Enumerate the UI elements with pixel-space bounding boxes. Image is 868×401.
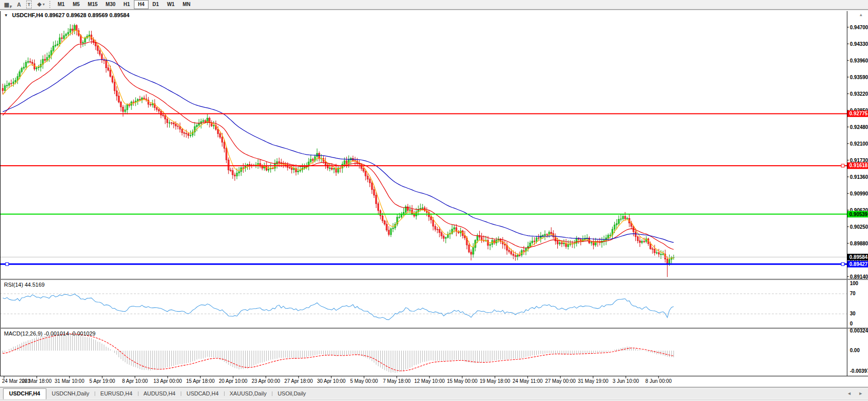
rsi-label: RSI(14) 44.5169 [4, 282, 45, 288]
svg-text:26 Mar 18:00: 26 Mar 18:00 [22, 378, 52, 384]
chart-tab-usdcnh[interactable]: USDCNH,Daily [46, 389, 95, 399]
macd-label: MACD(12,26,9) -0.001014 -0.001029 [4, 330, 96, 337]
svg-text:0.93220: 0.93220 [850, 91, 868, 97]
mt4-window: ▦FAT❖▾M1M5M15M30H1H4D1W1MN 0.947000.9433… [0, 0, 868, 401]
svg-text:0.92100: 0.92100 [850, 141, 868, 147]
chart-title-ohlc: USDCHF,H4 0.89627 0.89628 0.89569 0.8958… [12, 12, 130, 18]
svg-text:27 May 00:00: 27 May 00:00 [545, 378, 576, 384]
toolbar: ▦FAT❖▾M1M5M15M30H1H4D1W1MN [0, 0, 868, 10]
chart-tab-bar: USDCHF,H4USDCNH,DailyEURUSD,H4AUDUSD,H4U… [0, 387, 868, 399]
macd-axis-label: -0.003970 [850, 368, 868, 374]
timeframe-button-h1[interactable]: H1 [119, 0, 134, 9]
chart-shift-icon[interactable]: ▲ [859, 13, 863, 17]
svg-text:8 Apr 10:00: 8 Apr 10:00 [122, 378, 148, 384]
svg-text:0.91360: 0.91360 [850, 174, 868, 180]
rsi-axis-label: 100 [850, 281, 858, 286]
chart-tab-xauusd[interactable]: XAUUSD,Daily [224, 389, 272, 399]
chart-background [0, 11, 868, 387]
hline-price-label: 0.91618 [847, 162, 868, 169]
svg-text:13 Apr 00:00: 13 Apr 00:00 [154, 378, 182, 384]
timeframe-button-d1[interactable]: D1 [149, 0, 163, 9]
chart-tab-usdchf[interactable]: USDCHF,H4 [3, 388, 46, 399]
svg-text:12 May 10:00: 12 May 10:00 [414, 378, 445, 384]
svg-text:0.92775: 0.92775 [849, 111, 868, 116]
svg-text:0.89584: 0.89584 [849, 254, 868, 260]
svg-text:15 May 00:00: 15 May 00:00 [447, 378, 478, 384]
tab-scroll-right-icon[interactable]: ► [858, 391, 863, 396]
svg-text:0.89427: 0.89427 [849, 261, 868, 267]
rsi-axis-label: 70 [850, 291, 856, 296]
svg-text:0.91730: 0.91730 [850, 158, 868, 163]
toolbar-separator [49, 1, 52, 8]
svg-text:0.89140: 0.89140 [850, 274, 868, 280]
timeframe-button-h4[interactable]: H4 [134, 0, 149, 9]
svg-text:0.94330: 0.94330 [850, 41, 868, 47]
symbol-dropdown-icon[interactable]: ▼ [4, 13, 8, 18]
hline-handle[interactable] [841, 262, 844, 265]
hline-price-label: 0.90539 [847, 211, 868, 218]
svg-text:30 Apr 10:00: 30 Apr 10:00 [317, 378, 346, 384]
text-label-tool-icon[interactable]: T [24, 1, 35, 9]
svg-text:0.89880: 0.89880 [850, 241, 868, 246]
rsi-axis-label: 30 [850, 311, 856, 316]
timeframe-button-m1[interactable]: M1 [54, 0, 69, 9]
svg-text:27 Apr 18:00: 27 Apr 18:00 [284, 378, 313, 384]
chart-tab-audusd[interactable]: AUDUSD,H4 [138, 389, 181, 399]
chart-tab-usoil[interactable]: USOil,Daily [272, 389, 311, 399]
svg-text:31 Mar 10:00: 31 Mar 10:00 [55, 378, 85, 384]
svg-text:7 May 18:00: 7 May 18:00 [383, 378, 410, 384]
svg-text:8 Jun 00:00: 8 Jun 00:00 [645, 378, 672, 384]
hline-price-label: 0.89427 [847, 261, 868, 268]
rsi-axis-label: 0 [850, 321, 853, 326]
timeframe-button-mn[interactable]: MN [179, 0, 195, 9]
tab-scroll-arrows: ◄► [847, 391, 868, 396]
timeframe-button-m5[interactable]: M5 [68, 0, 84, 9]
svg-text:20 Apr 10:00: 20 Apr 10:00 [219, 378, 248, 384]
svg-text:3 Jun 10:00: 3 Jun 10:00 [613, 378, 639, 384]
cursor-crosshair-icon[interactable]: A [15, 1, 24, 9]
macd-axis-label: 0.00 [850, 348, 860, 353]
hline-handle[interactable] [6, 262, 9, 265]
svg-text:0.93960: 0.93960 [850, 58, 868, 63]
toolbar-grip-grid-icon[interactable]: ▦F [2, 1, 15, 9]
macd-axis-label: 0.003241 [850, 328, 868, 333]
hline-price-label: 0.92775 [847, 110, 868, 117]
chart-tab-usdcad[interactable]: USDCAD,H4 [181, 389, 224, 399]
current-price-label: 0.89584 [847, 254, 868, 260]
svg-text:0.92480: 0.92480 [850, 124, 868, 130]
svg-text:5 May 00:00: 5 May 00:00 [350, 378, 378, 384]
svg-text:5 Apr 19:00: 5 Apr 19:00 [89, 378, 115, 384]
timeframe-button-w1[interactable]: W1 [163, 0, 179, 9]
svg-text:15 Apr 18:00: 15 Apr 18:00 [186, 378, 215, 384]
timeframe-button-m30[interactable]: M30 [102, 0, 119, 9]
svg-text:0.90250: 0.90250 [850, 224, 868, 230]
svg-text:23 Apr 00:00: 23 Apr 00:00 [252, 378, 280, 384]
svg-text:0.90990: 0.90990 [850, 191, 868, 196]
svg-text:0.93590: 0.93590 [850, 75, 868, 80]
timeframe-button-m15[interactable]: M15 [84, 0, 101, 9]
svg-text:19 May 18:00: 19 May 18:00 [480, 378, 511, 384]
chart-canvas[interactable]: 0.947000.943300.939600.935900.932200.928… [0, 11, 868, 387]
svg-text:0.90539: 0.90539 [849, 212, 868, 217]
svg-text:0.91618: 0.91618 [849, 163, 868, 168]
tab-scroll-left-icon[interactable]: ◄ [847, 391, 851, 396]
draw-objects-icon[interactable]: ❖▾ [34, 1, 47, 9]
hline-handle[interactable] [841, 164, 844, 167]
chart-tab-eurusd[interactable]: EURUSD,H4 [95, 389, 138, 399]
svg-text:0.94700: 0.94700 [850, 25, 868, 30]
svg-text:24 May 11:00: 24 May 11:00 [513, 378, 543, 384]
svg-text:31 May 19:00: 31 May 19:00 [578, 378, 609, 384]
